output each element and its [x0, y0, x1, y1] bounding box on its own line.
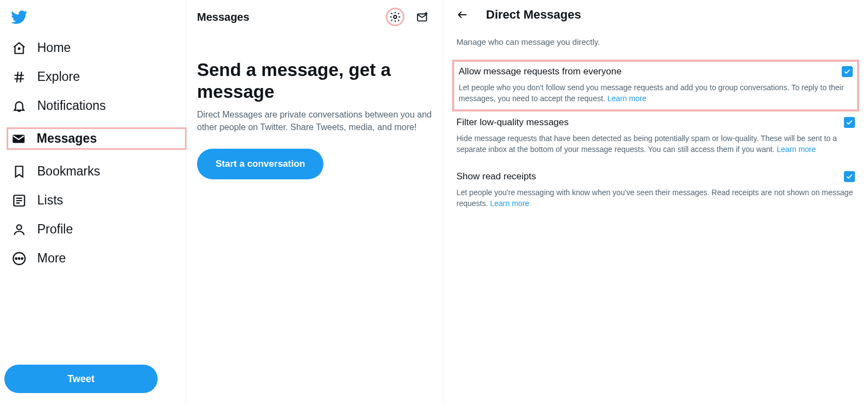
start-conversation-button[interactable]: Start a conversation — [197, 149, 323, 179]
messages-title: Messages — [197, 11, 250, 24]
twitter-logo[interactable] — [4, 4, 181, 30]
nav-notifications[interactable]: Notifications — [12, 98, 181, 113]
svg-point-6 — [19, 257, 20, 259]
hash-icon — [12, 70, 26, 84]
nav-more[interactable]: More — [12, 251, 181, 266]
setting-title: Allow message requests from everyone — [459, 66, 622, 77]
new-message-button[interactable] — [413, 8, 432, 26]
list-icon — [12, 194, 26, 208]
setting-desc: Let people you're messaging with know wh… — [456, 188, 855, 209]
nav-explore[interactable]: Explore — [12, 69, 181, 84]
user-icon — [12, 223, 26, 237]
nav-lists[interactable]: Lists — [12, 193, 181, 208]
gear-icon — [389, 11, 401, 23]
checkbox-read-receipts[interactable] — [844, 171, 855, 182]
nav-label: Profile — [37, 222, 73, 237]
messages-header: Messages — [197, 8, 432, 26]
learn-more-link[interactable]: Learn more — [607, 94, 647, 103]
new-message-icon — [416, 11, 429, 23]
svg-point-8 — [394, 15, 397, 19]
nav-bookmarks[interactable]: Bookmarks — [12, 164, 181, 179]
arrow-left-icon — [456, 9, 468, 21]
svg-point-5 — [15, 257, 17, 259]
settings-header: Direct Messages — [456, 8, 855, 22]
nav-label: Explore — [37, 69, 80, 84]
settings-subtitle: Manage who can message you directly. — [456, 37, 855, 46]
nav-label: More — [37, 251, 66, 266]
empty-state-title: Send a message, get a message — [197, 59, 432, 102]
bell-icon — [12, 99, 26, 113]
tweet-button[interactable]: Tweet — [4, 365, 158, 393]
nav-label: Lists — [37, 193, 63, 208]
nav-label: Home — [37, 40, 71, 55]
settings-button[interactable] — [386, 8, 404, 26]
nav-home[interactable]: Home — [12, 40, 181, 55]
svg-point-0 — [19, 48, 20, 49]
setting-title: Show read receipts — [456, 171, 536, 182]
nav-label: Bookmarks — [37, 164, 100, 179]
setting-read-receipts: Show read receipts Let people you're mes… — [456, 166, 855, 220]
setting-desc: Let people who you don't follow send you… — [459, 83, 853, 104]
nav-list: Home Explore Notifications Messages Book… — [4, 40, 181, 266]
nav-profile[interactable]: Profile — [12, 222, 181, 237]
nav-messages[interactable]: Messages — [7, 127, 187, 150]
messages-actions — [386, 8, 432, 26]
more-icon — [12, 251, 26, 266]
home-icon — [12, 41, 26, 55]
svg-point-7 — [21, 257, 23, 259]
empty-state-desc: Direct Messages are private conversation… — [197, 109, 432, 133]
setting-allow-requests: Allow message requests from everyone Let… — [452, 60, 859, 112]
messages-column: Messages Send a message, get a message D… — [186, 0, 443, 404]
back-button[interactable] — [456, 9, 468, 21]
bookmark-icon — [12, 165, 26, 179]
checkbox-filter-low-quality[interactable] — [844, 117, 855, 128]
svg-point-3 — [17, 225, 22, 230]
nav-label: Messages — [37, 131, 97, 146]
nav-label: Notifications — [37, 98, 106, 113]
messages-empty-state: Send a message, get a message Direct Mes… — [197, 59, 432, 179]
setting-title: Filter low-quality messages — [456, 117, 569, 128]
setting-filter-low-quality: Filter low-quality messages Hide message… — [456, 112, 855, 166]
sidebar: Home Explore Notifications Messages Book… — [0, 0, 186, 404]
envelope-icon — [11, 132, 26, 146]
settings-column: Direct Messages Manage who can message y… — [443, 0, 868, 404]
checkbox-allow-requests[interactable] — [842, 66, 853, 77]
settings-title: Direct Messages — [486, 8, 581, 22]
learn-more-link[interactable]: Learn more — [490, 199, 529, 208]
learn-more-link[interactable]: Learn more — [777, 145, 816, 154]
setting-desc: Hide message requests that have been det… — [456, 133, 855, 155]
